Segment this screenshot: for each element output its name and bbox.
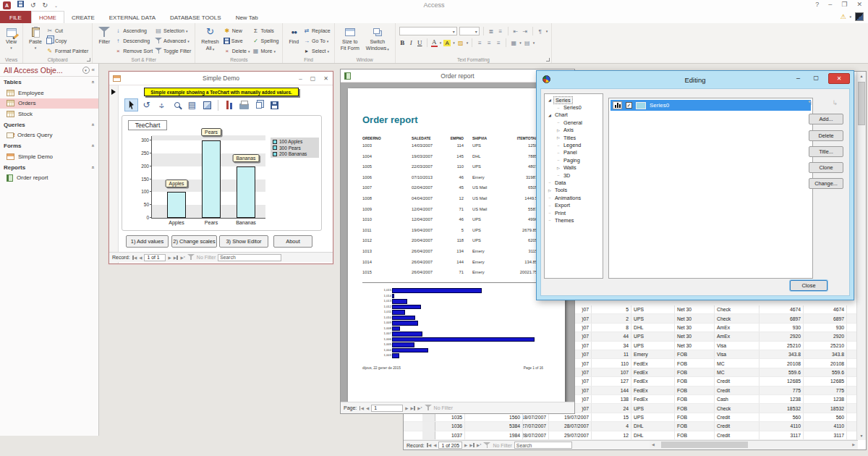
change-series-button[interactable]: Change... (809, 178, 843, 189)
view-button[interactable]: View ▾ (4, 25, 19, 56)
minimize-button[interactable]: – (299, 75, 302, 82)
advanced-button[interactable]: Advanced▾ (155, 36, 191, 46)
close-button[interactable]: ✕ (856, 1, 862, 8)
move-series-down-icon[interactable]: ↳ (832, 99, 838, 106)
move-tool-button[interactable]: ↔↕ (155, 98, 169, 111)
nav-section-forms[interactable]: Forms« (0, 140, 98, 151)
nav-item-simple-demo[interactable]: Simple Demo (0, 151, 98, 162)
restore-button[interactable]: ❐ (841, 1, 847, 8)
paste-button[interactable]: Paste ▾ (27, 25, 44, 56)
italic-button[interactable]: I (408, 39, 414, 46)
report-page[interactable]: Order report ORDERNO SALEDATE EMPNO SHIP… (348, 88, 565, 402)
filter-button[interactable]: Filter (96, 25, 112, 56)
record-position[interactable]: 1 of 205 (438, 442, 462, 449)
last-record-button[interactable]: ▶ (174, 256, 179, 260)
alternate-row-color-icon[interactable]: ▤ (524, 40, 531, 46)
toggle-filter-button[interactable]: Toggle Filter (155, 46, 191, 56)
tree-item-general[interactable]: –General (545, 119, 603, 126)
series-list[interactable]: ✓Series0 (608, 98, 813, 279)
clone-series-button[interactable]: Clone (809, 162, 843, 173)
shutter-close-icon[interactable]: « (92, 67, 95, 73)
tab-external-data[interactable]: EXTERNAL DATA (102, 11, 163, 23)
tree-collapsed-icon[interactable]: ▷ (555, 166, 562, 170)
tree-item-axis[interactable]: ▷Axis (545, 127, 603, 134)
about-button[interactable]: About (273, 235, 312, 248)
scrollbar-thumb[interactable] (858, 82, 865, 125)
chart-bar[interactable] (167, 192, 186, 218)
tab-home[interactable]: HOME (31, 11, 64, 23)
spelling-button[interactable]: ✓Spelling (252, 36, 279, 46)
page-position[interactable]: 1 (371, 405, 403, 412)
tree-collapsed-icon[interactable]: ▷ (546, 188, 553, 193)
nav-section-tables[interactable]: Tables« (0, 77, 98, 88)
copy-chart-button[interactable] (252, 98, 266, 111)
increase-indent-icon[interactable]: ⇥ (522, 28, 529, 35)
tree-expanded-icon[interactable]: ◢ (546, 113, 553, 117)
show-editor-button[interactable]: 3) Show Editor (219, 235, 268, 248)
refresh-all-button[interactable]: ↻ Refresh All▾ (199, 25, 221, 56)
format-painter-button[interactable]: ✎Format Painter (46, 46, 88, 56)
tree-item-series0[interactable]: –Series0 (545, 104, 603, 111)
font-size-select[interactable]: ▾ (459, 27, 480, 35)
close-button[interactable]: ✕ (828, 73, 850, 84)
tree-expanded-icon[interactable]: ◢ (546, 98, 553, 102)
font-family-select[interactable]: ▾ (399, 27, 457, 35)
go-to-button[interactable]: →Go To▾ (303, 36, 331, 46)
background-fill-icon[interactable]: ▨ (457, 40, 464, 46)
clipboard-dialog-launcher-icon[interactable] (87, 58, 90, 62)
teechart-panel[interactable]: TeeChart 050100150200250300ApplesApplesP… (122, 115, 322, 231)
switch-windows-button[interactable]: Switch Windows▾ (364, 25, 391, 56)
tab-new-tab[interactable]: New Tab (229, 11, 265, 23)
nav-item-stock[interactable]: Stock (0, 109, 98, 119)
series-list-item[interactable]: ✓Series0 (610, 100, 811, 111)
more-button[interactable]: ▦More▾ (252, 46, 279, 56)
decrease-indent-icon[interactable]: ⇤ (512, 28, 519, 35)
chart-bar[interactable] (237, 166, 255, 218)
text-direction-icon[interactable]: ¶ (537, 28, 544, 35)
series-color-swatch[interactable] (636, 102, 646, 109)
descending-button[interactable]: ↑Descending (114, 36, 153, 46)
nav-item-orders-query[interactable]: Orders Query (0, 130, 98, 141)
next-page-button[interactable]: ▶ (405, 406, 408, 410)
change-scales-button[interactable]: 2) Change scales (171, 235, 217, 248)
simple-demo-titlebar[interactable]: Simple Demo – ▢ ✕ (109, 72, 333, 85)
scrollbar-thumb[interactable] (661, 442, 748, 448)
collapse-chevron-icon[interactable]: « (91, 81, 96, 84)
align-center-icon[interactable]: ≡ (485, 40, 493, 46)
legend-item[interactable]: 300 Pears (273, 145, 317, 151)
tab-create[interactable]: CREATE (64, 11, 102, 23)
scroll-left-icon[interactable]: ◀ (652, 442, 655, 447)
tab-file[interactable]: FILE (0, 11, 31, 23)
tree-item-legend[interactable]: –Legend (545, 141, 603, 148)
copy-button[interactable]: Copy (46, 36, 88, 46)
search-input[interactable]: Search (514, 442, 572, 449)
avatar[interactable] (855, 12, 864, 21)
nav-item-orders[interactable]: Orders (0, 98, 98, 109)
pointer-tool-button[interactable] (124, 98, 138, 111)
new-page-button[interactable]: ▶* (417, 406, 422, 410)
first-record-button[interactable]: ◀ (132, 256, 137, 260)
tree-item-data[interactable]: –Data (545, 179, 603, 186)
nav-item-order-report[interactable]: Order report (0, 173, 98, 184)
series-checkbox[interactable]: ✓ (626, 102, 632, 109)
remove-sort-button[interactable]: ×Remove Sort (114, 46, 153, 56)
nav-menu-icon[interactable]: ▾ (82, 67, 90, 74)
tree-item-tools[interactable]: ▷Tools (545, 187, 603, 194)
new-record-button[interactable]: ✱New (224, 26, 250, 35)
scroll-up-icon[interactable]: ▲ (857, 74, 866, 78)
cut-button[interactable]: ✂Cut (46, 26, 88, 35)
font-color-button[interactable]: A (431, 38, 438, 47)
legend-checkbox-icon[interactable] (273, 145, 277, 150)
edit-tool-button[interactable]: ▤ (185, 98, 199, 111)
new-blank-record-button[interactable]: ▶* (180, 256, 184, 260)
table-row[interactable]: 1036538427/07/200728/07/20074DHLFOBCredi… (404, 422, 858, 431)
collapse-chevron-icon[interactable]: « (91, 123, 96, 126)
select-button[interactable]: ▸Select▾ (303, 46, 331, 56)
tree-item-chart[interactable]: ◢Chart (545, 111, 603, 119)
tree-item-paging[interactable]: –Paging (545, 156, 603, 164)
size-to-fit-form-button[interactable]: Size to Fit Form (339, 25, 362, 56)
legend-checkbox-icon[interactable] (273, 140, 277, 144)
next-record-button[interactable]: ▶ (464, 443, 467, 447)
find-button[interactable]: ●● Find (286, 25, 301, 56)
series-gallery-button[interactable] (222, 98, 236, 111)
